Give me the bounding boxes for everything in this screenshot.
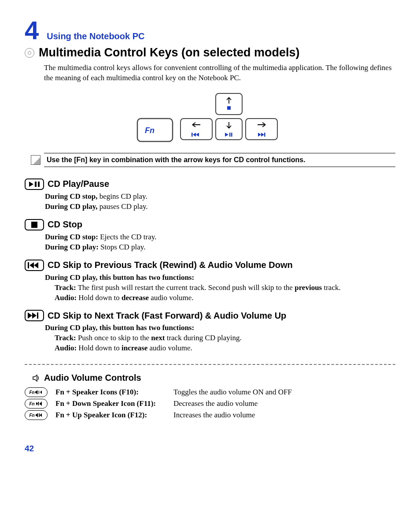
svg-rect-1 xyxy=(227,106,231,110)
speaker-icon xyxy=(33,374,41,382)
svg-rect-4 xyxy=(192,133,193,137)
svg-marker-33 xyxy=(40,413,42,417)
section-prev: CD Skip to Previous Track (Rewind) & Aud… xyxy=(25,260,395,303)
fn-f11-icon: Fn xyxy=(25,399,48,409)
svg-marker-21 xyxy=(34,262,38,268)
disc-icon xyxy=(25,48,34,58)
svg-rect-29 xyxy=(38,402,39,405)
note-box: Use the [Fn] key in combination with the… xyxy=(44,153,395,167)
svg-marker-22 xyxy=(28,312,32,319)
svg-rect-24 xyxy=(37,312,38,319)
audio-desc: Toggles the audio volume ON and OFF xyxy=(173,388,292,397)
svg-rect-7 xyxy=(216,119,242,140)
audio-row: Fn Fn + Up Speaker Icon (F12): Increases… xyxy=(25,410,395,420)
chapter-number: 4 xyxy=(25,18,39,43)
section-title: CD Stop xyxy=(48,219,82,230)
section-title: CD Play/Pause xyxy=(48,179,109,189)
svg-rect-18 xyxy=(31,222,37,228)
audio-title: Audio Volume Controls xyxy=(44,373,141,383)
svg-rect-11 xyxy=(246,119,277,140)
svg-rect-17 xyxy=(38,182,40,187)
play-pause-icon xyxy=(25,178,44,190)
note-text: Use the [Fn] key in combination with the… xyxy=(47,156,306,164)
fn-key-label: Fn xyxy=(145,126,155,135)
audio-label: Fn + Down Speaker Icon (F11): xyxy=(55,399,166,408)
audio-desc: Decreases the audio volume xyxy=(173,399,258,408)
svg-marker-27 xyxy=(41,390,42,394)
intro-paragraph: The multimedia control keys allows for c… xyxy=(44,63,395,83)
svg-rect-10 xyxy=(231,133,232,137)
svg-marker-20 xyxy=(29,262,34,268)
svg-rect-0 xyxy=(216,93,242,115)
audio-heading-row: Audio Volume Controls xyxy=(33,373,395,383)
page-number: 42 xyxy=(25,444,395,453)
svg-rect-19 xyxy=(28,262,29,268)
audio-label: Fn + Up Speaker Icon (F12): xyxy=(55,411,166,420)
section-play-pause: CD Play/Pause During CD stop, begins CD … xyxy=(25,178,395,212)
audio-row: Fn Fn + Speaker Icons (F10): Toggles the… xyxy=(25,387,395,397)
section-title: CD Skip to Next Track (Fast Forward) & A… xyxy=(48,311,286,321)
skip-prev-icon xyxy=(25,260,44,271)
svg-marker-31 xyxy=(36,413,38,417)
audio-table: Fn Fn + Speaker Icons (F10): Toggles the… xyxy=(25,387,395,420)
svg-marker-15 xyxy=(29,182,33,187)
fn-f10-icon: Fn xyxy=(25,387,48,397)
svg-marker-25 xyxy=(33,375,37,381)
svg-rect-32 xyxy=(39,413,40,417)
main-heading-row: Multimedia Control Keys (on selected mod… xyxy=(25,46,395,59)
svg-marker-30 xyxy=(40,401,42,406)
svg-rect-3 xyxy=(181,119,212,140)
svg-marker-23 xyxy=(32,312,37,319)
svg-rect-16 xyxy=(35,182,37,187)
audio-label: Fn + Speaker Icons (F10): xyxy=(55,388,166,397)
skip-next-icon xyxy=(25,310,44,321)
svg-marker-26 xyxy=(35,390,37,394)
chapter-title: Using the Notebook PC xyxy=(47,31,144,41)
stop-icon xyxy=(25,219,44,230)
svg-rect-9 xyxy=(229,133,231,137)
section-stop: CD Stop During CD stop: Ejects the CD tr… xyxy=(25,219,395,253)
audio-row: Fn Fn + Down Speaker Icon (F11): Decreas… xyxy=(25,399,395,409)
chapter-header: 4 Using the Notebook PC xyxy=(25,18,395,43)
main-heading: Multimedia Control Keys (on selected mod… xyxy=(39,46,300,59)
section-title: CD Skip to Previous Track (Rewind) & Aud… xyxy=(48,260,293,270)
svg-rect-14 xyxy=(264,133,265,137)
note-icon xyxy=(31,155,41,165)
divider xyxy=(25,364,395,365)
svg-marker-28 xyxy=(36,402,38,405)
svg-rect-2 xyxy=(137,119,173,141)
fn-f12-icon: Fn xyxy=(25,410,48,420)
audio-desc: Increases the audio volume xyxy=(173,411,255,420)
section-next: CD Skip to Next Track (Fast Forward) & A… xyxy=(25,310,395,353)
keyboard-diagram: Fn xyxy=(25,91,395,144)
